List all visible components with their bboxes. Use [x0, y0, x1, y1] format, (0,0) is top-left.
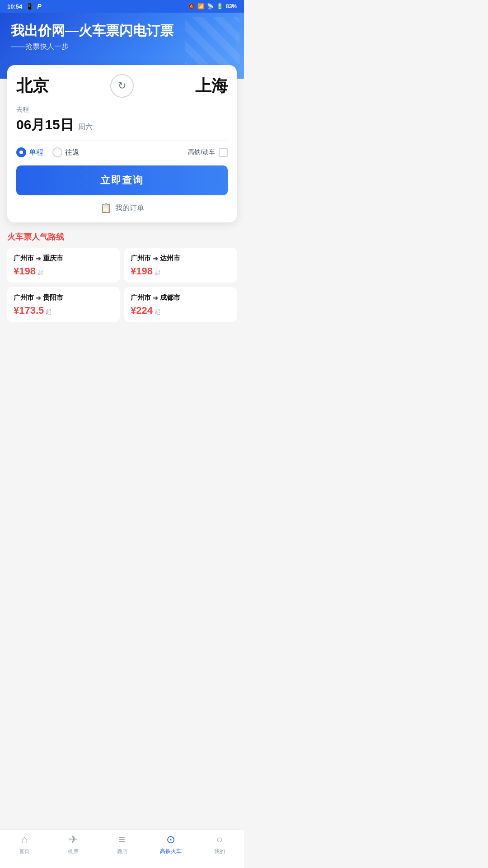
- price-value: ¥173.5: [14, 305, 44, 316]
- oneway-radio[interactable]: [16, 147, 26, 157]
- route-price: ¥198 起: [131, 265, 230, 277]
- orders-icon: 📋: [100, 203, 112, 213]
- status-time: 10:54: [7, 3, 22, 10]
- routes-grid: 广州市 ➜ 重庆市 ¥198 起 广州市 ➜ 达州市 ¥198 起 广州市 ➜: [7, 248, 237, 322]
- signal-icon: 📡: [207, 3, 214, 9]
- popular-title: 火车票人气路线: [7, 231, 237, 242]
- from-city[interactable]: 北京: [16, 75, 49, 97]
- price-from: 起: [46, 308, 52, 316]
- route-from: 广州市: [14, 293, 34, 302]
- route-from: 广州市: [131, 254, 151, 263]
- price-value: ¥224: [131, 305, 153, 316]
- route-card[interactable]: 广州市 ➜ 达州市 ¥198 起: [124, 248, 237, 283]
- status-left: 10:54 📱 P: [7, 3, 42, 10]
- battery-icon: 🔋: [216, 3, 223, 9]
- roundtrip-label: 往返: [65, 148, 80, 157]
- route-card[interactable]: 广州市 ➜ 贵阳市 ¥173.5 起: [7, 287, 120, 322]
- options-row: 单程 往返 高铁/动车: [16, 147, 228, 157]
- date-selector[interactable]: 06月15日 周六: [16, 116, 228, 141]
- roundtrip-radio[interactable]: [52, 147, 62, 157]
- route-to: 贵阳市: [43, 293, 63, 302]
- route-to: 达州市: [160, 254, 180, 263]
- route-arrow: ➜: [153, 294, 158, 302]
- route-from: 广州市: [131, 293, 151, 302]
- route-arrow: ➜: [153, 255, 158, 262]
- route-to: 重庆市: [43, 254, 63, 263]
- highspeed-checkbox[interactable]: [219, 148, 228, 157]
- price-value: ¥198: [131, 265, 153, 277]
- wifi-icon: 📶: [197, 3, 204, 9]
- hero-subtitle: ——抢票快人一步: [11, 42, 233, 52]
- date-label: 去程: [16, 106, 228, 114]
- route-from: 广州市: [14, 254, 34, 263]
- bell-mute-icon: 🔕: [188, 3, 195, 9]
- my-orders-row[interactable]: 📋 我的订单: [16, 203, 228, 213]
- route-row: 北京 ↻ 上海: [16, 74, 228, 98]
- to-city[interactable]: 上海: [195, 75, 228, 97]
- weekday: 周六: [78, 123, 93, 132]
- price-from: 起: [155, 308, 160, 316]
- app-icon: 📱: [26, 3, 33, 10]
- route-card[interactable]: 广州市 ➜ 成都市 ¥224 起: [124, 287, 237, 322]
- route-card[interactable]: 广州市 ➜ 重庆市 ¥198 起: [7, 248, 120, 283]
- route-cities: 广州市 ➜ 达州市: [131, 254, 230, 263]
- route-arrow: ➜: [36, 294, 41, 302]
- route-arrow: ➜: [36, 255, 41, 262]
- trip-type-group: 单程 往返: [16, 147, 80, 157]
- route-cities: 广州市 ➜ 成都市: [131, 293, 230, 302]
- route-cities: 广州市 ➜ 重庆市: [14, 254, 113, 263]
- battery-percent: 83%: [226, 3, 237, 9]
- swap-icon: ↻: [118, 80, 126, 92]
- my-orders-label: 我的订单: [115, 203, 144, 213]
- route-price: ¥173.5 起: [14, 305, 113, 316]
- roundtrip-option[interactable]: 往返: [52, 147, 80, 157]
- route-price: ¥198 起: [14, 265, 113, 277]
- route-price: ¥224 起: [131, 305, 230, 316]
- parking-icon: P: [37, 3, 41, 10]
- hero-title: 我出价网—火车票闪电订票: [11, 22, 233, 39]
- search-button[interactable]: 立即查询: [16, 165, 228, 195]
- highspeed-group: 高铁/动车: [188, 148, 228, 157]
- route-to: 成都市: [160, 293, 180, 302]
- popular-section: 火车票人气路线 广州市 ➜ 重庆市 ¥198 起 广州市 ➜ 达州市 ¥198 …: [0, 222, 244, 326]
- status-right: 🔕 📶 📡 🔋 83%: [188, 3, 237, 9]
- highspeed-label: 高铁/动车: [188, 148, 215, 156]
- search-card: 北京 ↻ 上海 去程 06月15日 周六 单程 往返 高铁/动车: [7, 65, 237, 222]
- route-cities: 广州市 ➜ 贵阳市: [14, 293, 113, 302]
- status-bar: 10:54 📱 P 🔕 📶 📡 🔋 83%: [0, 0, 244, 13]
- oneway-option[interactable]: 单程: [16, 147, 43, 157]
- swap-button[interactable]: ↻: [110, 74, 134, 98]
- price-from: 起: [38, 269, 43, 277]
- oneway-label: 单程: [29, 148, 43, 157]
- price-from: 起: [155, 269, 160, 277]
- price-value: ¥198: [14, 265, 36, 277]
- date-value: 06月15日: [16, 116, 74, 134]
